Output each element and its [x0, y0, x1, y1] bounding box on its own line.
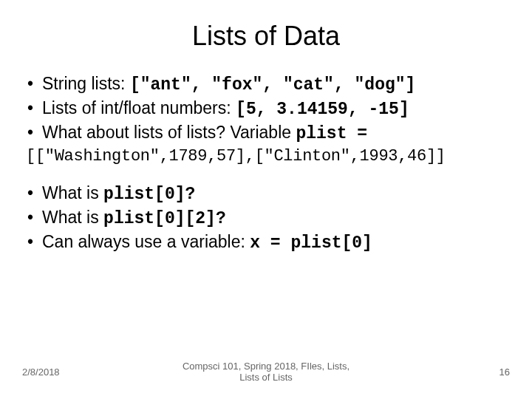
- list-item: Can always use a variable: x = plist[0]: [26, 231, 510, 255]
- slide-footer: 2/8/2018 Compsci 101, Spring 2018, FIles…: [0, 361, 532, 383]
- nested-list-code: [["Washington",1789,57],["Clinton",1993,…: [22, 147, 510, 166]
- bullet-text: What about lists of lists? Variable: [42, 123, 296, 142]
- code-text: ["ant", "fox", "cat", "dog"]: [130, 75, 415, 95]
- bullet-text: What is: [42, 183, 103, 202]
- code-text: plist =: [296, 124, 367, 143]
- list-item: What is plist[0][2]?: [26, 206, 510, 231]
- bullet-text: Lists of int/float numbers:: [42, 98, 236, 117]
- list-item: What is plist[0]?: [26, 182, 510, 206]
- footer-line2: Lists of Lists: [239, 372, 293, 383]
- footer-date: 2/8/2018: [22, 366, 89, 378]
- bullet-text: What is: [42, 208, 103, 227]
- code-text: plist[0]?: [103, 185, 195, 204]
- bullet-list-2: What is plist[0]? What is plist[0][2]? C…: [22, 182, 510, 255]
- footer-course: Compsci 101, Spring 2018, FIles, Lists, …: [89, 361, 443, 383]
- bullet-text: String lists:: [42, 74, 130, 93]
- footer-page-number: 16: [443, 366, 510, 378]
- code-text: [5, 3.14159, -15]: [236, 100, 409, 119]
- bullet-list-1: String lists: ["ant", "fox", "cat", "dog…: [22, 72, 510, 146]
- list-item: Lists of int/float numbers: [5, 3.14159,…: [26, 97, 510, 121]
- list-item: What about lists of lists? Variable plis…: [26, 121, 510, 146]
- slide-title: Lists of Data: [22, 21, 510, 52]
- footer-line1: Compsci 101, Spring 2018, FIles, Lists,: [183, 361, 349, 372]
- list-item: String lists: ["ant", "fox", "cat", "dog…: [26, 72, 510, 97]
- bullet-text: Can always use a variable:: [42, 232, 250, 251]
- code-text: x = plist[0]: [250, 233, 372, 253]
- code-text: plist[0][2]?: [103, 209, 226, 228]
